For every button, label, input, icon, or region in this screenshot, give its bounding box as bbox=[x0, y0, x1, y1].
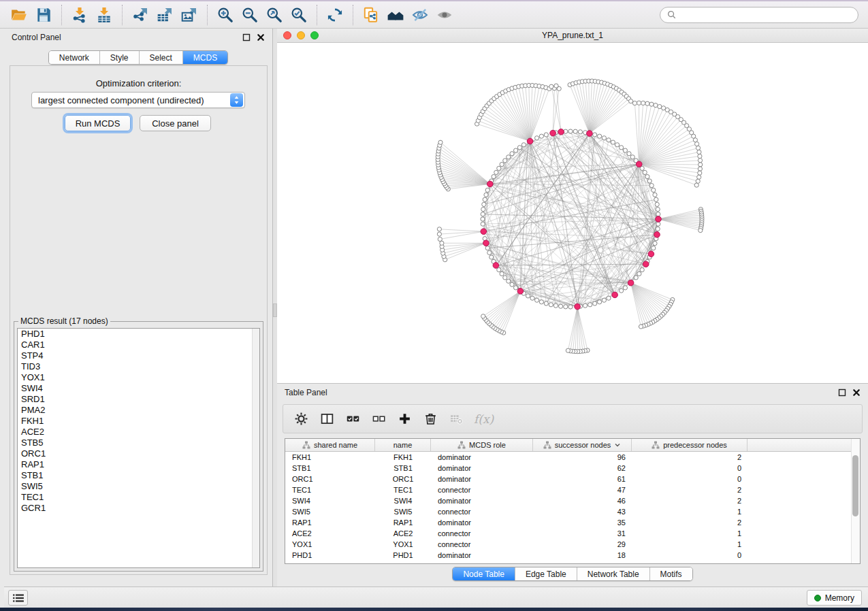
table-cell: SWI4 bbox=[375, 495, 431, 506]
column-header-filler bbox=[748, 439, 860, 451]
table-cell: 31 bbox=[533, 528, 632, 539]
search-box[interactable] bbox=[660, 7, 858, 23]
tab-select[interactable]: Select bbox=[140, 51, 183, 64]
table-cell: 43 bbox=[533, 506, 632, 517]
mcds-result-item[interactable]: ACE2 bbox=[18, 427, 259, 437]
table-scrollbar[interactable] bbox=[851, 439, 860, 563]
maximize-window-icon[interactable] bbox=[310, 31, 319, 39]
mcds-result-item[interactable]: PHD1 bbox=[18, 329, 259, 340]
mcds-result-item[interactable]: RAP1 bbox=[18, 459, 259, 470]
toolbar-show-all-icon[interactable] bbox=[432, 4, 457, 26]
mcds-result-item[interactable]: STB5 bbox=[18, 437, 259, 448]
minimize-window-icon[interactable] bbox=[297, 31, 305, 39]
table-tab-node-table[interactable]: Node Table bbox=[453, 567, 515, 580]
table-tab-motifs[interactable]: Motifs bbox=[650, 567, 692, 580]
mcds-result-item[interactable]: YOX1 bbox=[18, 372, 259, 383]
table-scrollbar-thumb[interactable] bbox=[852, 455, 858, 516]
table-settings-icon[interactable] bbox=[293, 411, 309, 427]
network-window-titlebar[interactable]: YPA_prune.txt_1 bbox=[277, 29, 868, 43]
mcds-result-item[interactable]: ORC1 bbox=[18, 448, 259, 459]
table-cell: ORC1 bbox=[285, 474, 375, 484]
search-icon bbox=[666, 10, 677, 20]
memory-button[interactable]: Memory bbox=[807, 590, 862, 606]
toolbar-export-image-icon[interactable] bbox=[177, 4, 202, 26]
run-mcds-button[interactable]: Run MCDS bbox=[65, 115, 131, 131]
table-cell: 61 bbox=[533, 474, 632, 484]
table-header-row: shared namenameMCDS rolesuccessor nodesp… bbox=[285, 439, 860, 452]
toolbar-zoom-selected-icon[interactable] bbox=[287, 4, 311, 26]
table-row[interactable]: FKH1FKH1dominator962 bbox=[285, 452, 860, 463]
toolbar-import-network-icon[interactable] bbox=[67, 4, 92, 26]
mcds-pane: Optimization criterion: largest connecte… bbox=[10, 65, 268, 575]
toolbar-import-table-icon[interactable] bbox=[92, 4, 116, 26]
table-cell: connector bbox=[431, 506, 533, 517]
mcds-result-item[interactable]: TEC1 bbox=[18, 492, 259, 503]
table-cell: 1 bbox=[632, 506, 748, 517]
float-icon[interactable] bbox=[242, 33, 251, 42]
add-row-icon[interactable] bbox=[396, 411, 413, 427]
mcds-result-list[interactable]: PHD1CAR1STP4TID3YOX1SWI4SRD1PMA2FKH1ACE2… bbox=[17, 328, 260, 568]
tab-network[interactable]: Network bbox=[49, 51, 100, 64]
float-icon[interactable] bbox=[838, 389, 846, 397]
network-view-window: YPA_prune.txt_1 bbox=[277, 29, 868, 383]
mcds-result-item[interactable]: PMA2 bbox=[18, 405, 259, 416]
toolbar-open-session-icon[interactable] bbox=[7, 4, 31, 26]
table-row[interactable]: YOX1YOX1connector291 bbox=[285, 539, 860, 550]
deselect-all-rows-icon[interactable] bbox=[370, 411, 387, 427]
memory-status-icon bbox=[814, 595, 821, 601]
toolbar-export-table-icon[interactable] bbox=[152, 4, 177, 26]
close-window-icon[interactable] bbox=[283, 31, 291, 39]
toolbar-zoom-in-icon[interactable] bbox=[213, 4, 238, 26]
toolbar-save-session-icon[interactable] bbox=[31, 4, 56, 26]
close-icon[interactable] bbox=[257, 33, 265, 42]
mcds-result-item[interactable]: SWI4 bbox=[18, 383, 259, 394]
mcds-result-item[interactable]: GCR1 bbox=[18, 503, 259, 514]
show-panels-button[interactable] bbox=[8, 590, 28, 606]
column-header-MCDS-role[interactable]: MCDS role bbox=[431, 439, 533, 451]
optimization-criterion-select[interactable]: largest connected component (undirected) bbox=[31, 92, 245, 108]
toolbar-first-neighbors-icon[interactable] bbox=[383, 4, 408, 26]
cytoscape-window: Control Panel NetworkStyleSelectMCDS Opt… bbox=[0, 0, 868, 611]
select-all-rows-icon[interactable] bbox=[344, 411, 361, 427]
mcds-result-item[interactable]: STP4 bbox=[18, 350, 259, 361]
leaf-nodes bbox=[436, 79, 704, 354]
table-tab-edge-table[interactable]: Edge Table bbox=[515, 567, 577, 580]
table-row[interactable]: RAP1RAP1dominator352 bbox=[285, 517, 860, 528]
mcds-result-item[interactable]: FKH1 bbox=[18, 416, 259, 427]
column-header-shared-name[interactable]: shared name bbox=[285, 439, 375, 451]
table-row[interactable]: SWI5SWI5connector431 bbox=[285, 506, 860, 517]
list-scrollbar[interactable] bbox=[252, 329, 259, 567]
close-panel-button[interactable]: Close panel bbox=[140, 115, 211, 131]
column-header-successor-nodes[interactable]: successor nodes bbox=[533, 439, 632, 451]
table-row[interactable]: SWI4SWI4dominator462 bbox=[285, 495, 860, 506]
toolbar-zoom-fit-icon[interactable] bbox=[262, 4, 287, 26]
tab-style[interactable]: Style bbox=[100, 51, 140, 64]
toolbar-hide-selected-icon[interactable] bbox=[408, 4, 432, 26]
mcds-result-item[interactable]: SRD1 bbox=[18, 394, 259, 405]
column-header-predecessor-nodes[interactable]: predecessor nodes bbox=[632, 439, 748, 451]
table-cell: SWI5 bbox=[285, 506, 375, 517]
tab-mcds[interactable]: MCDS bbox=[183, 51, 227, 64]
toolbar-apply-layout-icon[interactable] bbox=[323, 4, 347, 26]
main-toolbar bbox=[0, 0, 868, 29]
table-row[interactable]: STB1STB1dominator620 bbox=[285, 463, 860, 474]
mcds-result-item[interactable]: CAR1 bbox=[18, 340, 259, 350]
table-tab-network-table[interactable]: Network Table bbox=[577, 567, 650, 580]
toolbar-export-network-icon[interactable] bbox=[128, 4, 152, 26]
table-row[interactable]: ORC1ORC1dominator610 bbox=[285, 474, 860, 484]
mcds-result-item[interactable]: SWI5 bbox=[18, 481, 259, 492]
table-row[interactable]: TEC1TEC1connector472 bbox=[285, 484, 860, 495]
delete-row-icon[interactable] bbox=[422, 411, 438, 427]
table-row[interactable]: ACE2ACE2connector311 bbox=[285, 528, 860, 539]
toolbar-zoom-out-icon[interactable] bbox=[238, 4, 262, 26]
mcds-result-item[interactable]: STB1 bbox=[18, 470, 259, 481]
search-input[interactable] bbox=[680, 10, 852, 20]
mcds-result-item[interactable]: TID3 bbox=[18, 361, 259, 372]
close-icon[interactable] bbox=[852, 389, 861, 397]
dropdown-stepper-icon bbox=[230, 93, 243, 107]
network-canvas[interactable] bbox=[277, 43, 868, 383]
split-panel-icon[interactable] bbox=[319, 411, 335, 427]
toolbar-copy-network-icon[interactable] bbox=[359, 4, 383, 26]
table-row[interactable]: PHD1PHD1dominator180 bbox=[285, 550, 860, 561]
column-header-name[interactable]: name bbox=[375, 439, 431, 451]
